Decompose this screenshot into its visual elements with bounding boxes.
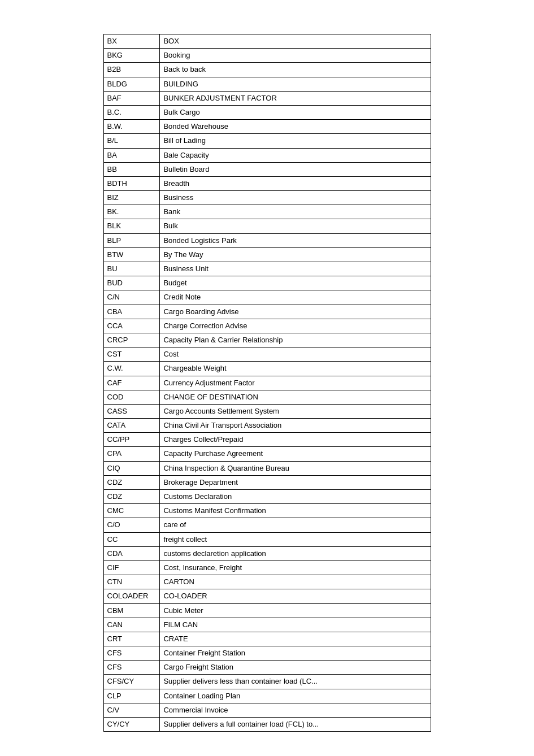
- definition-cell: Capacity Purchase Agreement: [160, 447, 431, 461]
- abbreviation-cell: CMC: [103, 504, 160, 518]
- definition-cell: Bulk: [160, 219, 431, 233]
- table-row: COLOADERCO-LOADER: [103, 589, 431, 603]
- definition-cell: Supplier delivers less than container lo…: [160, 675, 431, 689]
- table-row: CIQChina Inspection & Quarantine Bureau: [103, 461, 431, 475]
- definition-cell: Container Freight Station: [160, 646, 431, 661]
- definition-cell: Budget: [160, 276, 431, 290]
- table-row: BDTHBreadth: [103, 176, 431, 190]
- table-row: CRCPCapacity Plan & Carrier Relationship: [103, 333, 431, 347]
- definition-cell: Commercial Invoice: [160, 703, 431, 717]
- definition-cell: Bulk Cargo: [160, 105, 431, 119]
- abbreviation-cell: BKG: [103, 49, 160, 63]
- definition-cell: Cost, Insurance, Freight: [160, 561, 431, 575]
- definition-cell: Bank: [160, 205, 431, 219]
- table-row: BUDBudget: [103, 276, 431, 290]
- table-row: BBBulletin Board: [103, 162, 431, 176]
- abbreviation-cell: COD: [103, 390, 160, 404]
- abbreviation-cell: CY/CY: [103, 718, 160, 732]
- definition-cell: Cargo Freight Station: [160, 661, 431, 675]
- definition-cell: CO-LOADER: [160, 589, 431, 603]
- table-row: CFS/CYSupplier delivers less than contai…: [103, 675, 431, 689]
- abbreviation-cell: B.W.: [103, 120, 160, 134]
- definition-cell: Cubic Meter: [160, 603, 431, 618]
- abbreviation-cell: BX: [103, 34, 160, 49]
- abbreviation-cell: BLK: [103, 219, 160, 233]
- table-row: CBACargo Boarding Advise: [103, 305, 431, 319]
- abbreviation-cell: BA: [103, 148, 160, 162]
- abbreviation-cell: BU: [103, 262, 160, 276]
- table-row: CATAChina Civil Air Transport Associatio…: [103, 419, 431, 433]
- abbreviation-cell: CLP: [103, 689, 160, 703]
- abbreviation-cell: COLOADER: [103, 589, 160, 603]
- definition-cell: By The Way: [160, 247, 431, 262]
- abbreviation-cell: CST: [103, 347, 160, 362]
- abbreviation-cell: CATA: [103, 419, 160, 433]
- abbreviation-cell: BAF: [103, 91, 160, 105]
- table-row: CC/PPCharges Collect/Prepaid: [103, 433, 431, 447]
- table-row: CCACharge Correction Advise: [103, 319, 431, 333]
- abbreviation-cell: BK.: [103, 205, 160, 219]
- abbreviation-cell: CFS: [103, 661, 160, 675]
- abbreviation-cell: CDZ: [103, 475, 160, 489]
- definition-cell: Business: [160, 191, 431, 205]
- table-row: B.W.Bonded Warehouse: [103, 120, 431, 134]
- abbreviation-cell: CASS: [103, 404, 160, 418]
- definition-cell: Currency Adjustment Factor: [160, 376, 431, 390]
- table-row: BLKBulk: [103, 219, 431, 233]
- abbreviation-cell: CIF: [103, 561, 160, 575]
- abbreviation-cell: CTN: [103, 575, 160, 589]
- table-row: BKGBooking: [103, 49, 431, 63]
- abbreviations-table: BXBOXBKGBookingB2BBack to backBLDGBUILDI…: [103, 34, 431, 732]
- table-row: CTNCARTON: [103, 575, 431, 589]
- table-row: CANFILM CAN: [103, 618, 431, 632]
- abbreviation-cell: CRT: [103, 632, 160, 646]
- table-row: BK.Bank: [103, 205, 431, 219]
- table-row: C/VCommercial Invoice: [103, 703, 431, 717]
- definition-cell: Cargo Boarding Advise: [160, 305, 431, 319]
- table-row: B2BBack to back: [103, 63, 431, 77]
- abbreviation-cell: BTW: [103, 247, 160, 262]
- definition-cell: Supplier delivers a full container load …: [160, 718, 431, 732]
- definition-cell: Brokerage Department: [160, 475, 431, 489]
- definition-cell: Charges Collect/Prepaid: [160, 433, 431, 447]
- table-row: C/NCredit Note: [103, 290, 431, 305]
- abbreviation-cell: CDZ: [103, 490, 160, 504]
- abbreviation-cell: CC: [103, 532, 160, 546]
- table-row: BABale Capacity: [103, 148, 431, 162]
- table-row: BLPBonded Logistics Park: [103, 233, 431, 247]
- table-row: BTWBy The Way: [103, 247, 431, 262]
- definition-cell: Customs Declaration: [160, 490, 431, 504]
- table-row: BLDGBUILDING: [103, 77, 431, 91]
- definition-cell: Customs Manifest Confirmation: [160, 504, 431, 518]
- abbreviation-cell: CDA: [103, 546, 160, 561]
- definition-cell: Bonded Warehouse: [160, 120, 431, 134]
- definition-cell: Breadth: [160, 176, 431, 190]
- definition-cell: care of: [160, 518, 431, 532]
- definition-cell: Bulletin Board: [160, 162, 431, 176]
- definition-cell: FILM CAN: [160, 618, 431, 632]
- abbreviation-cell: CBM: [103, 603, 160, 618]
- table-row: BAFBUNKER ADJUSTMENT FACTOR: [103, 91, 431, 105]
- table-row: CMCCustoms Manifest Confirmation: [103, 504, 431, 518]
- abbreviation-cell: CBA: [103, 305, 160, 319]
- abbreviation-cell: BB: [103, 162, 160, 176]
- abbreviation-cell: C/O: [103, 518, 160, 532]
- table-row: CSTCost: [103, 347, 431, 362]
- definition-cell: CHANGE OF DESTINATION: [160, 390, 431, 404]
- table-row: BIZBusiness: [103, 191, 431, 205]
- definition-cell: BUILDING: [160, 77, 431, 91]
- table-row: CAFCurrency Adjustment Factor: [103, 376, 431, 390]
- definition-cell: CRATE: [160, 632, 431, 646]
- table-row: CFSContainer Freight Station: [103, 646, 431, 661]
- definition-cell: Container Loading Plan: [160, 689, 431, 703]
- definition-cell: Cost: [160, 347, 431, 362]
- definition-cell: Booking: [160, 49, 431, 63]
- definition-cell: BOX: [160, 34, 431, 49]
- table-row: C/Ocare of: [103, 518, 431, 532]
- definition-cell: Capacity Plan & Carrier Relationship: [160, 333, 431, 347]
- table-row: CODCHANGE OF DESTINATION: [103, 390, 431, 404]
- table-row: B/LBill of Lading: [103, 134, 431, 148]
- abbreviation-cell: CAF: [103, 376, 160, 390]
- table-row: BXBOX: [103, 34, 431, 49]
- abbreviation-cell: CFS/CY: [103, 675, 160, 689]
